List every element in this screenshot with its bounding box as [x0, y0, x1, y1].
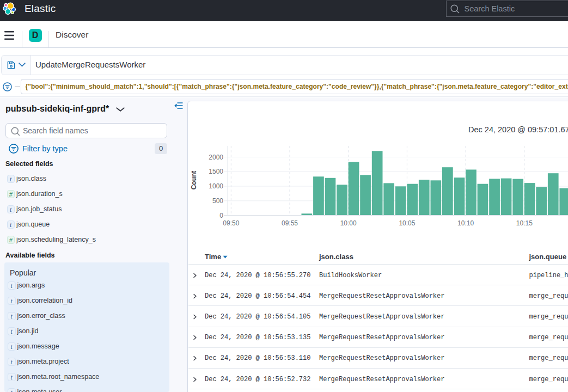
svg-text:Count: Count: [190, 171, 198, 190]
svg-text:09:55: 09:55: [282, 219, 298, 227]
svg-text:2000: 2000: [209, 154, 223, 161]
svg-text:10:15: 10:15: [516, 219, 533, 227]
svg-text:10:05: 10:05: [399, 219, 415, 227]
svg-text:10:00: 10:00: [340, 219, 357, 227]
svg-text:10:10: 10:10: [457, 219, 474, 227]
svg-text:1500: 1500: [209, 168, 223, 175]
svg-text:0: 0: [219, 212, 223, 219]
svg-text:09:50: 09:50: [223, 219, 239, 227]
svg-text:1000: 1000: [209, 182, 223, 190]
svg-text:500: 500: [212, 197, 223, 205]
